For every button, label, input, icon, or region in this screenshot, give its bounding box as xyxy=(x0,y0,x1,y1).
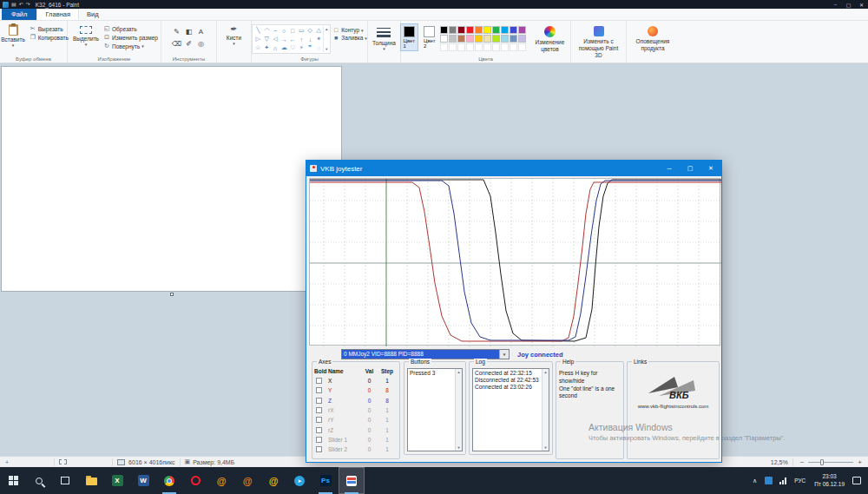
color1-button[interactable]: Цвет 1 xyxy=(400,23,418,51)
shape-button[interactable]: ▭ xyxy=(297,26,306,35)
shape-button[interactable]: □ xyxy=(288,26,297,35)
chrome-button[interactable] xyxy=(156,467,182,494)
shape-button[interactable]: ☆ xyxy=(253,43,262,52)
palette-color[interactable] xyxy=(518,26,526,34)
combo-dropdown-icon[interactable]: ▼ xyxy=(499,350,509,359)
brushes-button[interactable]: ✒ Кисти ▾ xyxy=(224,23,244,47)
tab-home[interactable]: Главная xyxy=(36,9,79,20)
product-alerts-button[interactable]: Оповещения продукта xyxy=(627,23,679,54)
vkb-url-link[interactable]: www.vkb-flightsimcontrols.com xyxy=(638,404,709,409)
palette-color[interactable] xyxy=(483,35,491,43)
minimize-button[interactable]: – xyxy=(829,0,842,9)
shape-button[interactable]: ⌂ xyxy=(271,43,279,52)
palette-empty-slot[interactable] xyxy=(457,43,465,51)
resize-button[interactable]: ⊡ Изменить размер xyxy=(103,34,158,41)
telegram-button[interactable]: ➤ xyxy=(286,467,312,494)
tab-file[interactable]: Файл xyxy=(2,9,36,20)
palette-color[interactable] xyxy=(483,26,491,34)
paint-taskbar-button[interactable] xyxy=(339,467,365,494)
clock[interactable]: 23:03 Пт 06.12.19 xyxy=(814,473,845,488)
pencil-tool[interactable]: ✎ xyxy=(171,25,183,37)
zoom-in-button[interactable]: + xyxy=(855,458,865,466)
word-button[interactable]: W xyxy=(130,467,156,494)
save-icon[interactable]: ▤ xyxy=(11,0,16,9)
zoom-out-button[interactable]: − xyxy=(798,458,807,466)
shape-button[interactable]: ◠ xyxy=(262,26,271,35)
search-button[interactable] xyxy=(26,467,52,494)
shape-button[interactable]: ↑ xyxy=(297,35,306,43)
action-center-icon[interactable] xyxy=(852,477,861,484)
axis-bold-checkbox[interactable] xyxy=(316,417,322,423)
shape-button[interactable]: ✦ xyxy=(262,43,271,52)
shape-button[interactable]: ✶ xyxy=(314,35,323,43)
shape-button[interactable]: ← xyxy=(288,35,297,43)
palette-empty-slot[interactable] xyxy=(483,43,491,51)
shape-button[interactable]: ◌ xyxy=(314,43,323,52)
photoshop-button[interactable]: Ps xyxy=(312,467,339,494)
shape-button[interactable]: ~ xyxy=(271,26,279,35)
shape-button[interactable]: ╲ xyxy=(253,26,262,35)
shape-button[interactable]: △ xyxy=(314,26,323,35)
log-list[interactable]: Connected at 22:32:15Disconnected at 22:… xyxy=(472,368,549,451)
close-button[interactable]: ✕ xyxy=(855,0,868,9)
palette-color[interactable] xyxy=(492,26,500,34)
axis-bold-checkbox[interactable] xyxy=(316,387,322,393)
palette-color[interactable] xyxy=(440,26,448,34)
palette-color[interactable] xyxy=(518,35,526,43)
paint-canvas[interactable] xyxy=(1,66,342,292)
tray-expand-icon[interactable]: ∧ xyxy=(748,478,761,484)
rotate-button[interactable]: ↻ Повернуть ▾ xyxy=(103,43,158,49)
crop-button[interactable]: ◱ Обрезать xyxy=(103,25,158,32)
palette-color[interactable] xyxy=(457,26,465,34)
shape-button[interactable]: → xyxy=(279,35,288,43)
axis-bold-checkbox[interactable] xyxy=(316,407,322,413)
palette-color[interactable] xyxy=(501,26,509,34)
shape-button[interactable]: ▽ xyxy=(262,35,271,43)
palette-color[interactable] xyxy=(475,26,483,34)
palette-color[interactable] xyxy=(501,35,509,43)
opera-button[interactable] xyxy=(182,467,208,494)
zoom-slider[interactable] xyxy=(808,462,853,463)
palette-empty-slot[interactable] xyxy=(440,43,448,51)
shape-fill-button[interactable]: ■ Заливка ▾ xyxy=(332,35,367,41)
palette-empty-slot[interactable] xyxy=(449,43,457,51)
palette-color[interactable] xyxy=(466,26,474,34)
log-entry[interactable]: Connected at 23:02:26 xyxy=(473,383,549,390)
maximize-button[interactable]: ▢ xyxy=(842,0,855,9)
network-icon[interactable] xyxy=(779,478,786,484)
palette-empty-slot[interactable] xyxy=(518,43,526,51)
palette-empty-slot[interactable] xyxy=(510,43,517,51)
magnifier-tool[interactable]: ◎ xyxy=(195,37,207,49)
paint3d-button[interactable]: Изменить с помощью Paint 3D xyxy=(573,23,625,61)
axis-bold-checkbox[interactable] xyxy=(316,427,322,433)
mail-app-1-button[interactable]: @ xyxy=(208,467,234,494)
vkb-close-button[interactable]: ✕ xyxy=(700,161,721,176)
language-indicator[interactable]: РУС xyxy=(794,478,806,484)
palette-empty-slot[interactable] xyxy=(492,43,500,51)
shape-button[interactable]: ↓ xyxy=(306,35,314,43)
task-view-button[interactable] xyxy=(52,467,78,494)
log-scrollbar[interactable]: ▲ ▼ xyxy=(542,369,549,451)
palette-color[interactable] xyxy=(492,35,500,43)
excel-button[interactable]: X xyxy=(104,467,130,494)
copy-button[interactable]: ❐ Копировать xyxy=(30,34,69,41)
shape-button[interactable]: ❞ xyxy=(306,43,314,52)
axis-bold-checkbox[interactable] xyxy=(316,398,322,404)
text-tool[interactable]: A xyxy=(195,25,207,37)
axis-bold-checkbox[interactable] xyxy=(316,437,322,443)
palette-color[interactable] xyxy=(466,35,474,43)
palette-color[interactable] xyxy=(475,35,483,43)
start-button[interactable] xyxy=(0,467,26,494)
shape-button[interactable]: ♡ xyxy=(288,43,297,52)
axis-bold-checkbox[interactable] xyxy=(316,446,322,452)
palette-color[interactable] xyxy=(510,26,517,34)
zoom-slider-thumb[interactable] xyxy=(820,459,824,465)
edit-colors-button[interactable]: Изменение цветов xyxy=(528,23,571,55)
buttons-list[interactable]: Pressed 3 ▲ ▼ xyxy=(407,368,463,451)
size-button[interactable]: Толщина ▾ xyxy=(370,23,398,52)
tab-view[interactable]: Вид xyxy=(79,9,107,20)
palette-empty-slot[interactable] xyxy=(501,43,509,51)
log-entry[interactable]: Disconnected at 22:42:53 xyxy=(473,376,549,383)
vkb-titlebar[interactable]: VKB joytester ─ ▢ ✕ xyxy=(306,161,721,176)
select-button[interactable]: Выделить ▾ xyxy=(70,23,102,48)
